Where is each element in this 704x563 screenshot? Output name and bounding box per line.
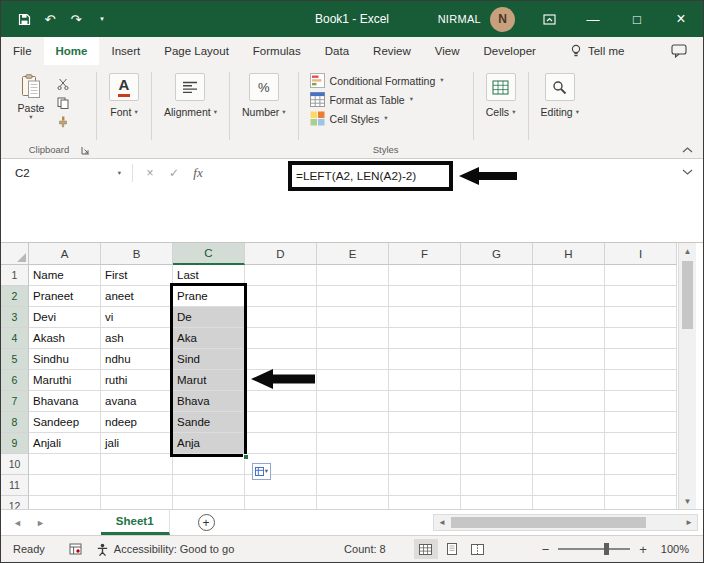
tab-developer[interactable]: Developer (472, 37, 548, 65)
tab-review[interactable]: Review (361, 37, 423, 65)
cell-A3[interactable]: Devi (29, 307, 101, 328)
sheet-tab-sheet1[interactable]: Sheet1 (101, 510, 170, 535)
cell-E1[interactable] (317, 265, 389, 286)
cell-D1[interactable] (245, 265, 317, 286)
name-box[interactable]: C2 ▾ (9, 162, 127, 184)
column-header-d[interactable]: D (245, 243, 317, 265)
cell-H9[interactable] (533, 433, 605, 454)
cell-B6[interactable]: ruthi (101, 370, 173, 391)
cell-G2[interactable] (461, 286, 533, 307)
cell-B1[interactable]: First (101, 265, 173, 286)
column-header-c[interactable]: C (173, 243, 245, 265)
cell-E9[interactable] (317, 433, 389, 454)
cell-B3[interactable]: vi (101, 307, 173, 328)
row-header-10[interactable]: 10 (1, 454, 29, 475)
cell-E11[interactable] (317, 475, 389, 496)
cell-H11[interactable] (533, 475, 605, 496)
cell-I9[interactable] (605, 433, 677, 454)
column-header-h[interactable]: H (533, 243, 605, 265)
cell-A12[interactable] (29, 496, 101, 509)
collapse-ribbon-button[interactable] (682, 147, 693, 153)
tab-page-layout[interactable]: Page Layout (152, 37, 241, 65)
cell-E4[interactable] (317, 328, 389, 349)
row-header-7[interactable]: 7 (1, 391, 29, 412)
conditional-formatting-button[interactable]: Conditional Formatting ▾ (310, 73, 462, 88)
cell-B10[interactable] (101, 454, 173, 475)
cell-I6[interactable] (605, 370, 677, 391)
cell-B5[interactable]: ndhu (101, 349, 173, 370)
cell-C10[interactable] (173, 454, 245, 475)
cell-D7[interactable] (245, 391, 317, 412)
cell-C4[interactable]: Aka (173, 328, 245, 349)
cell-A7[interactable]: Bhavana (29, 391, 101, 412)
tell-me-button[interactable]: Tell me (570, 44, 624, 58)
normal-view-button[interactable] (414, 539, 438, 559)
scroll-left-icon[interactable]: ◄ (434, 518, 450, 527)
cell-E5[interactable] (317, 349, 389, 370)
cell-H6[interactable] (533, 370, 605, 391)
copy-button[interactable] (57, 97, 69, 109)
cell-F7[interactable] (389, 391, 461, 412)
row-header-2[interactable]: 2 (1, 286, 29, 307)
cell-B7[interactable]: avana (101, 391, 173, 412)
cell-G11[interactable] (461, 475, 533, 496)
cell-F6[interactable] (389, 370, 461, 391)
cell-G12[interactable] (461, 496, 533, 509)
cell-F4[interactable] (389, 328, 461, 349)
cancel-button[interactable]: × (138, 166, 162, 180)
vertical-scroll-thumb[interactable] (682, 261, 693, 329)
tab-file[interactable]: File (1, 37, 44, 65)
alignment-group-button[interactable]: Alignment ▾ (155, 68, 226, 158)
cell-E7[interactable] (317, 391, 389, 412)
ribbon-display-options-button[interactable] (527, 1, 571, 37)
sheet-nav-right-icon[interactable]: ► (36, 518, 45, 528)
cell-styles-button[interactable]: Cell Styles ▾ (310, 111, 462, 126)
cell-D9[interactable] (245, 433, 317, 454)
cell-C11[interactable] (173, 475, 245, 496)
cell-B11[interactable] (101, 475, 173, 496)
comments-button[interactable] (671, 44, 687, 58)
cell-F3[interactable] (389, 307, 461, 328)
cell-C6[interactable]: Marut (173, 370, 245, 391)
row-header-8[interactable]: 8 (1, 412, 29, 433)
avatar[interactable]: N (490, 7, 515, 32)
auto-fill-options-button[interactable]: ▾ (252, 463, 271, 480)
cell-D3[interactable] (245, 307, 317, 328)
row-header-1[interactable]: 1 (1, 265, 29, 286)
cell-A1[interactable]: Name (29, 265, 101, 286)
accessibility-status[interactable]: Accessibility: Good to go (96, 543, 234, 556)
cell-I5[interactable] (605, 349, 677, 370)
cell-I2[interactable] (605, 286, 677, 307)
cell-I11[interactable] (605, 475, 677, 496)
new-sheet-button[interactable]: + (198, 514, 215, 531)
row-header-12[interactable]: 12 (1, 496, 29, 509)
user-name[interactable]: NIRMAL (438, 13, 481, 25)
column-header-a[interactable]: A (29, 243, 101, 265)
cell-E10[interactable] (317, 454, 389, 475)
cell-A10[interactable] (29, 454, 101, 475)
zoom-out-button[interactable]: − (542, 542, 550, 557)
column-header-g[interactable]: G (461, 243, 533, 265)
scroll-up-icon[interactable]: ▲ (679, 243, 696, 259)
cell-A11[interactable] (29, 475, 101, 496)
row-header-5[interactable]: 5 (1, 349, 29, 370)
cell-B8[interactable]: ndeep (101, 412, 173, 433)
row-header-4[interactable]: 4 (1, 328, 29, 349)
cell-A4[interactable]: Akash (29, 328, 101, 349)
vertical-scrollbar[interactable]: ▲ ▼ (678, 243, 696, 509)
row-header-9[interactable]: 9 (1, 433, 29, 454)
customize-qat-button[interactable]: ▾ (89, 4, 115, 34)
cell-H7[interactable] (533, 391, 605, 412)
cell-A2[interactable]: Praneet (29, 286, 101, 307)
cell-I7[interactable] (605, 391, 677, 412)
row-header-11[interactable]: 11 (1, 475, 29, 496)
tab-formulas[interactable]: Formulas (241, 37, 313, 65)
cell-F10[interactable] (389, 454, 461, 475)
cell-H1[interactable] (533, 265, 605, 286)
number-group-button[interactable]: % Number ▾ (233, 68, 295, 158)
save-button[interactable] (11, 4, 37, 34)
cell-B9[interactable]: jali (101, 433, 173, 454)
column-header-b[interactable]: B (101, 243, 173, 265)
cell-B4[interactable]: ash (101, 328, 173, 349)
cell-I1[interactable] (605, 265, 677, 286)
